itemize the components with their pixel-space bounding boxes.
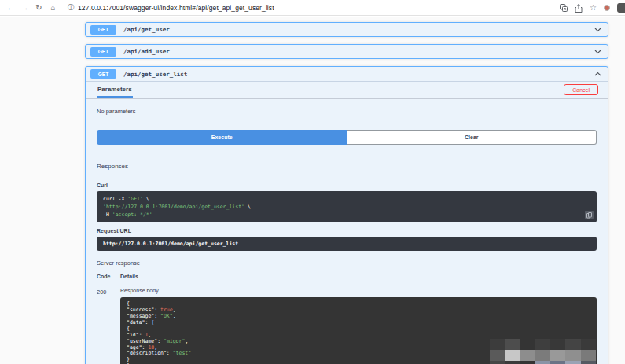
profile-avatar[interactable] bbox=[617, 3, 625, 13]
opblock-summary-get-user-list[interactable]: GET /api/get_user_list bbox=[86, 67, 608, 82]
curl-command-text: curl -X 'GET' \ 'http://127.0.0.1:7001/d… bbox=[103, 195, 590, 219]
endpoint-path: /api/get_user bbox=[123, 26, 594, 33]
endpoint-path: /api/add_user bbox=[123, 48, 594, 55]
forward-icon[interactable]: → bbox=[20, 4, 29, 12]
share-icon[interactable] bbox=[575, 4, 583, 12]
status-code: 200 bbox=[97, 288, 120, 364]
request-url-label: Request URL bbox=[97, 228, 597, 233]
server-response-label: Server response bbox=[97, 259, 597, 267]
chevron-up-icon[interactable] bbox=[594, 72, 601, 76]
response-body-block: { "success": true, "message": "OK", "dat… bbox=[120, 297, 597, 364]
response-row-200: 200 Response body { "success": true, "me… bbox=[97, 288, 597, 364]
responses-inner: Curl curl -X 'GET' \ 'http://127.0.0.1:7… bbox=[86, 175, 608, 364]
opblock-add-user: GET /api/add_user bbox=[85, 44, 608, 59]
execute-button[interactable]: Execute bbox=[97, 130, 347, 145]
extension-icon[interactable] bbox=[604, 5, 610, 11]
back-icon[interactable]: ← bbox=[6, 4, 15, 12]
method-badge: GET bbox=[90, 25, 116, 35]
method-badge: GET bbox=[90, 69, 116, 79]
cancel-button[interactable]: Cancel bbox=[564, 84, 598, 95]
bookmark-star-icon[interactable]: ☆ bbox=[590, 4, 597, 12]
swagger-page: GET /api/get_user GET /api/add_user bbox=[0, 17, 625, 364]
tab-parameters[interactable]: Parameters bbox=[97, 86, 133, 98]
url-text[interactable]: 127.0.0.1:7001/swagger-ui/index.html#/ap… bbox=[78, 4, 274, 12]
pixelated-watermark bbox=[490, 339, 596, 364]
opblock-get-user: GET /api/get_user bbox=[85, 22, 608, 37]
parameters-header: Parameters Cancel bbox=[86, 82, 608, 99]
address-bar[interactable]: ⓘ 127.0.0.1:7001/swagger-ui/index.html#/… bbox=[63, 3, 554, 12]
opblock-get-user-list: GET /api/get_user_list Parameters Cancel… bbox=[85, 66, 608, 364]
curl-command-block: curl -X 'GET' \ 'http://127.0.0.1:7001/d… bbox=[97, 191, 597, 222]
copy-to-clipboard-icon[interactable] bbox=[585, 211, 594, 219]
details-column-header: Details bbox=[120, 274, 597, 279]
code-column-header: Code bbox=[97, 274, 120, 279]
site-info-icon[interactable]: ⓘ bbox=[68, 3, 74, 12]
browser-window: ← → ↻ ⌂ ⓘ 127.0.0.1:7001/swagger-ui/inde… bbox=[0, 0, 625, 364]
response-table-header: Code Details bbox=[97, 274, 597, 279]
request-url-value: http://127.0.0.1:7001/demo/api/get_user_… bbox=[97, 237, 597, 251]
opblock-summary-get-user[interactable]: GET /api/get_user bbox=[86, 23, 608, 36]
home-icon[interactable]: ⌂ bbox=[49, 4, 57, 12]
method-badge: GET bbox=[90, 47, 116, 57]
responses-title: Responses bbox=[86, 156, 608, 175]
endpoint-path: /api/get_user_list bbox=[123, 71, 594, 78]
browser-toolbar: ← → ↻ ⌂ ⓘ 127.0.0.1:7001/swagger-ui/inde… bbox=[0, 0, 625, 16]
operations-list: GET /api/get_user GET /api/add_user bbox=[85, 22, 608, 364]
execute-wrapper: Execute Clear bbox=[97, 130, 597, 145]
curl-label: Curl bbox=[97, 182, 597, 188]
toolbar-actions: ☆ bbox=[560, 3, 619, 13]
clear-button[interactable]: Clear bbox=[347, 130, 597, 145]
translate-icon[interactable] bbox=[560, 4, 568, 12]
reload-icon[interactable]: ↻ bbox=[35, 4, 43, 12]
chevron-down-icon[interactable] bbox=[594, 50, 601, 54]
response-body-label: Response body bbox=[120, 288, 597, 293]
opblock-summary-add-user[interactable]: GET /api/add_user bbox=[86, 45, 608, 58]
chevron-down-icon[interactable] bbox=[594, 28, 601, 32]
no-parameters-text: No parameters bbox=[86, 99, 608, 115]
response-details: Response body { "success": true, "messag… bbox=[120, 288, 597, 364]
